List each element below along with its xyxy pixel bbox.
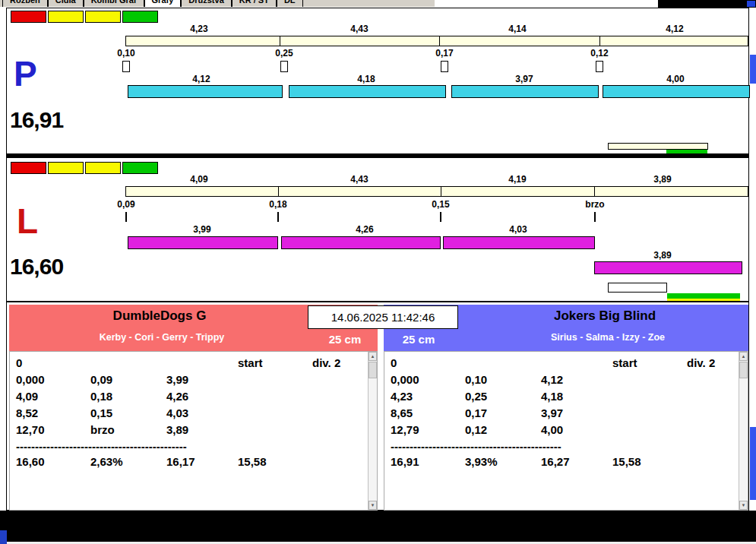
- header-zero: 0: [16, 356, 22, 369]
- table-row: 8,65 0,17 3,97: [384, 406, 738, 423]
- cell: 3,99: [166, 373, 188, 386]
- total-time: 16,60: [16, 455, 45, 468]
- total-percent: 3,93%: [465, 455, 498, 468]
- table-separator: ----------------------------------------…: [10, 440, 367, 455]
- cell: 0,000: [391, 373, 419, 386]
- table-totals-row: 16,91 3,93% 16,27 15,58: [384, 455, 738, 472]
- table-row: 4,23 0,25 4,18: [384, 390, 738, 406]
- team-right-name: Jokers Big Blind: [554, 308, 656, 324]
- scroll-thumb[interactable]: [739, 362, 748, 378]
- table-row: 8,52 0,15 4,03: [10, 406, 367, 423]
- total-net: 16,27: [541, 455, 570, 468]
- team-left-dogs: Kerby - Cori - Gerry - Trippy: [100, 332, 225, 343]
- table-totals-row: 16,60 2,63% 16,17 15,58: [10, 455, 367, 472]
- cell: 4,12: [541, 373, 563, 386]
- table-row: 12,70 brzo 3,89: [10, 423, 367, 440]
- timestamp-box: 14.06.2025 11:42:46: [308, 305, 458, 329]
- header-zero: 0: [391, 356, 397, 369]
- cell: 8,52: [16, 406, 38, 419]
- table-row: 0,000 0,09 3,99: [10, 373, 367, 390]
- bottom-black-band: [0, 511, 756, 530]
- team-left-name: DumbleDogs G: [113, 308, 207, 324]
- scroll-down-icon[interactable]: ▼: [369, 501, 377, 510]
- cell: 0,09: [90, 373, 112, 386]
- total-record: 15,58: [612, 455, 641, 468]
- header-start: start: [238, 356, 263, 369]
- cell: 12,70: [16, 423, 45, 436]
- team-left-category: 25 cm: [329, 333, 362, 346]
- header-division: div. 2: [312, 356, 340, 369]
- cell: 0,10: [465, 373, 487, 386]
- total-percent: 2,63%: [90, 455, 123, 468]
- cell: 0,17: [465, 406, 487, 419]
- team-right-dogs: Sirius - Salma - Izzy - Zoe: [551, 332, 665, 343]
- cell: 4,09: [16, 390, 38, 403]
- total-net: 16,17: [166, 455, 195, 468]
- table-header-row: 0 start div. 2: [10, 356, 367, 373]
- results-section: DumbleDogs G Kerby - Cori - Gerry - Trip…: [0, 0, 756, 544]
- header-start: start: [612, 356, 637, 369]
- scrollbar[interactable]: ▲ ▼: [368, 352, 377, 510]
- scroll-up-icon[interactable]: ▲: [369, 352, 377, 361]
- header-division: div. 2: [687, 356, 715, 369]
- cell: 3,97: [541, 406, 563, 419]
- separator-dashes: ----------------------------------------…: [391, 440, 561, 453]
- team-left-results: 0 start div. 2 0,000 0,09 3,99 4,09 0,18…: [9, 351, 378, 511]
- scroll-thumb[interactable]: [369, 362, 377, 378]
- table-row: 4,09 0,18 4,26: [10, 390, 367, 406]
- cell: 3,89: [166, 423, 188, 436]
- cell: 4,03: [166, 406, 188, 419]
- scroll-down-icon[interactable]: ▼: [739, 501, 748, 510]
- cell: 4,18: [541, 390, 563, 403]
- table-separator: ----------------------------------------…: [384, 440, 738, 455]
- table-row: 12,79 0,12 4,00: [384, 423, 738, 440]
- total-record: 15,58: [238, 455, 267, 468]
- cell: 0,15: [90, 406, 112, 419]
- timestamp: 14.06.2025 11:42:46: [331, 311, 435, 324]
- cell: 12,79: [391, 423, 419, 436]
- cell: brzo: [90, 423, 115, 436]
- table-row: 0,000 0,10 4,12: [384, 373, 738, 390]
- total-time: 16,91: [391, 455, 419, 468]
- cell: 0,000: [16, 373, 45, 386]
- cell: 4,26: [166, 390, 188, 403]
- team-right-category: 25 cm: [403, 333, 435, 346]
- cell: 8,65: [391, 406, 413, 419]
- cell: 4,23: [391, 390, 413, 403]
- team-right-rows: 0 start div. 2 0,000 0,10 4,12 4,23 0,25…: [384, 356, 738, 472]
- team-right-results: 0 start div. 2 0,000 0,10 4,12 4,23 0,25…: [384, 351, 748, 511]
- bottom-left-accent: [0, 530, 7, 544]
- table-header-row: 0 start div. 2: [384, 356, 738, 373]
- cell: 4,00: [541, 423, 563, 436]
- scrollbar[interactable]: ▲ ▼: [739, 352, 748, 510]
- team-left-rows: 0 start div. 2 0,000 0,09 3,99 4,09 0,18…: [10, 356, 367, 472]
- scroll-up-icon[interactable]: ▲: [739, 352, 748, 361]
- cell: 0,18: [90, 390, 112, 403]
- cell: 0,25: [465, 390, 487, 403]
- cell: 0,12: [465, 423, 487, 436]
- separator-dashes: ----------------------------------------…: [16, 440, 187, 453]
